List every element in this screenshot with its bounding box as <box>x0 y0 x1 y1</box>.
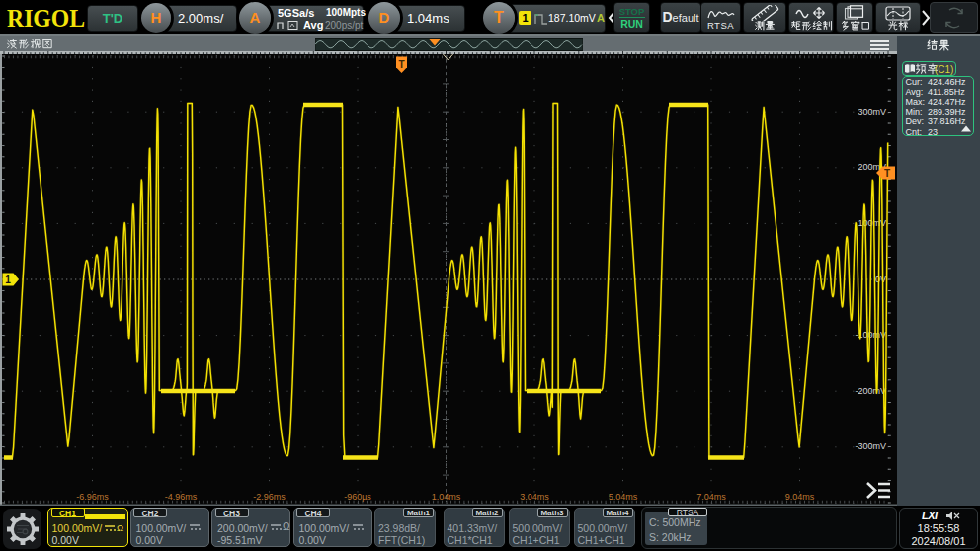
svg-text:-300mV: -300mV <box>855 441 886 451</box>
svg-text:-200mV: -200mV <box>855 386 886 396</box>
svg-text:1.04ms: 1.04ms <box>432 492 461 502</box>
svg-text:0V: 0V <box>875 275 886 284</box>
svg-text:-4.96ms: -4.96ms <box>165 492 198 502</box>
svg-text:7.04ms: 7.04ms <box>696 492 726 502</box>
svg-text:5.04ms: 5.04ms <box>609 492 638 502</box>
svg-text:1: 1 <box>5 275 11 285</box>
svg-text:-960µs: -960µs <box>344 492 371 502</box>
svg-text:3.04ms: 3.04ms <box>520 492 549 502</box>
svg-text:T: T <box>398 59 404 70</box>
svg-text:300mV: 300mV <box>858 107 886 117</box>
svg-text:-2.96ms: -2.96ms <box>253 492 286 502</box>
svg-text:-6.96ms: -6.96ms <box>76 492 109 502</box>
svg-text:T: T <box>884 168 890 179</box>
svg-text:9.04ms: 9.04ms <box>785 492 815 502</box>
